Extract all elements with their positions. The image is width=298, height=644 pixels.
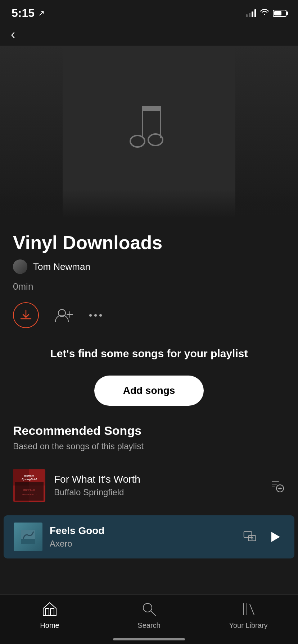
home-label: Home: [40, 621, 59, 630]
library-label: Your Library: [229, 621, 267, 630]
list-item[interactable]: Buffalo Springfield BUFFALO SPRINGFIELD …: [13, 463, 285, 508]
svg-rect-20: [21, 539, 35, 544]
playlist-owner: Tom Newman: [13, 259, 285, 274]
recommended-section: Recommended Songs Based on the songs of …: [0, 424, 298, 508]
owner-name: Tom Newman: [33, 261, 90, 272]
main-content: Vinyl Downloads Tom Newman 0min: [0, 218, 298, 630]
status-icons: [246, 9, 286, 18]
empty-state: Let's find some songs for your playlist …: [0, 346, 298, 424]
add-songs-button[interactable]: Add songs: [94, 376, 204, 406]
playlist-info: Vinyl Downloads Tom Newman 0min: [0, 218, 298, 292]
status-bar: 5:15 ↗: [0, 0, 298, 23]
svg-text:BUFFALO: BUFFALO: [23, 489, 35, 491]
bottom-nav: Home Search Your Library: [0, 594, 298, 644]
svg-line-28: [151, 611, 155, 616]
home-indicator: [113, 638, 185, 640]
add-user-button[interactable]: [53, 304, 75, 326]
recommended-subtitle: Based on the songs of this playlist: [13, 441, 285, 451]
song-title: For What It's Worth: [54, 474, 261, 485]
play-button[interactable]: [266, 528, 284, 546]
now-playing-bar[interactable]: Feels Good Axero: [4, 515, 294, 558]
download-button[interactable]: [13, 302, 39, 328]
nav-item-home[interactable]: Home: [28, 601, 71, 630]
playlist-title: Vinyl Downloads: [13, 233, 285, 253]
search-icon: [141, 601, 157, 618]
device-icon[interactable]: [243, 529, 257, 545]
svg-rect-21: [244, 532, 252, 537]
svg-point-23: [251, 537, 253, 539]
svg-text:Springfield: Springfield: [22, 478, 37, 481]
wifi-icon: [260, 9, 269, 18]
now-playing-meta: Feels Good Axero: [50, 525, 235, 549]
nav-item-library[interactable]: Your Library: [227, 601, 270, 630]
music-note-icon: [113, 99, 185, 165]
signal-bars: [246, 9, 256, 17]
library-icon: [240, 601, 256, 618]
nav-item-search[interactable]: Search: [127, 601, 171, 630]
now-playing-artist: Axero: [50, 539, 235, 549]
back-button[interactable]: ‹: [11, 27, 15, 42]
now-playing-title: Feels Good: [50, 525, 235, 537]
empty-state-text: Let's find some songs for your playlist: [14, 346, 284, 361]
playlist-duration: 0min: [13, 281, 285, 292]
svg-rect-26: [50, 608, 54, 616]
song-meta: For What It's Worth Buffalo Springfield: [54, 474, 261, 497]
svg-rect-2: [142, 106, 161, 111]
now-playing-artwork: [14, 523, 42, 551]
recommended-title: Recommended Songs: [13, 424, 285, 438]
now-playing-controls: [243, 528, 284, 546]
add-to-playlist-button[interactable]: [269, 478, 285, 493]
svg-rect-13: [15, 482, 44, 501]
svg-text:SPRINGFIELD: SPRINGFIELD: [22, 493, 37, 496]
svg-point-4: [148, 134, 163, 146]
status-time: 5:15: [12, 6, 35, 20]
svg-text:Buffalo: Buffalo: [24, 474, 34, 477]
home-icon: [42, 601, 58, 618]
svg-point-3: [130, 135, 145, 147]
svg-marker-24: [271, 532, 280, 542]
owner-avatar: [13, 259, 27, 274]
location-icon: ↗: [38, 9, 45, 18]
action-buttons: [0, 302, 298, 328]
battery-icon: [273, 10, 286, 17]
svg-rect-22: [248, 535, 256, 541]
song-artist: Buffalo Springfield: [54, 487, 261, 497]
avatar-circle: [13, 259, 27, 274]
gradient-overlay: [0, 189, 298, 218]
search-label: Search: [137, 621, 160, 630]
header: ‹: [0, 23, 298, 46]
svg-rect-1: [160, 110, 161, 138]
svg-rect-25: [45, 608, 49, 616]
more-options-button[interactable]: [89, 314, 102, 317]
song-artwork: Buffalo Springfield BUFFALO SPRINGFIELD: [13, 469, 45, 502]
